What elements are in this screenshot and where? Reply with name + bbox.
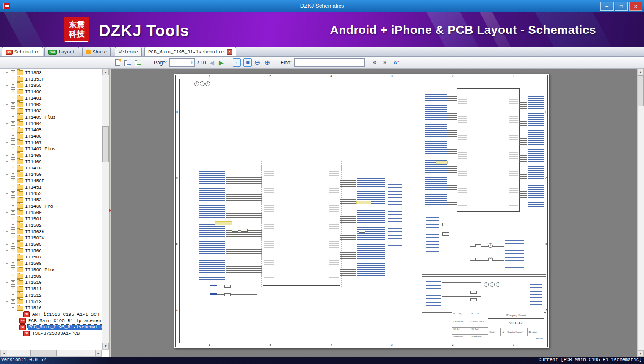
scroll-right-icon[interactable]: ► (95, 350, 102, 356)
expand-icon[interactable] (11, 217, 15, 221)
expand-icon[interactable] (11, 229, 15, 234)
tree-doc-item[interactable]: PCB_Main_C195_B1-1schematic (0, 324, 102, 330)
expand-icon[interactable] (11, 159, 15, 164)
expand-icon[interactable] (11, 147, 15, 151)
tree-item[interactable]: IT1500 (0, 209, 102, 216)
tree-item[interactable]: IT1402 (0, 101, 102, 108)
expand-icon[interactable] (11, 197, 15, 202)
tree-item[interactable]: IT1505 (0, 241, 102, 247)
tree-item[interactable]: IT1404 (0, 120, 102, 127)
page-input[interactable] (169, 58, 195, 67)
tree-item[interactable]: IT1508 Plus (0, 267, 102, 273)
tree-item[interactable]: IT1410 (0, 165, 102, 171)
expand-icon[interactable] (11, 242, 15, 247)
facing-pages-icon[interactable] (124, 59, 132, 67)
scroll-down-icon[interactable]: ▼ (102, 343, 109, 349)
fit-width-icon[interactable] (233, 58, 241, 67)
expand-icon[interactable] (11, 191, 15, 196)
expand-icon[interactable] (11, 96, 15, 100)
tree-doc-item[interactable]: ANT_it1516_C195_A1-1_SCH (0, 311, 102, 317)
close-button[interactable] (629, 2, 642, 11)
scroll-left-icon[interactable]: ◄ (1, 350, 7, 356)
expand-icon[interactable] (11, 280, 15, 285)
expand-icon[interactable] (11, 274, 15, 278)
fit-page-icon[interactable] (243, 58, 252, 67)
expand-icon[interactable] (11, 70, 15, 75)
close-tab-icon[interactable] (227, 49, 232, 55)
tree-item[interactable]: IT1408 (0, 152, 102, 158)
scroll-down-icon[interactable]: ▼ (638, 350, 644, 357)
expand-icon[interactable] (11, 102, 15, 107)
expand-icon[interactable] (11, 248, 15, 253)
tree-item[interactable]: IT1403 (0, 108, 102, 114)
tab-schematic[interactable]: PDF Schematic (2, 47, 43, 56)
doc-tab-welcome[interactable]: Welcome (115, 47, 142, 56)
expand-icon[interactable] (11, 108, 15, 113)
zoom-in-icon[interactable] (264, 59, 272, 67)
scrollbar-thumb[interactable] (30, 350, 57, 356)
sidebar-vertical-scrollbar[interactable]: ▲ ▼ (102, 69, 109, 350)
find-input[interactable] (294, 58, 365, 67)
maximize-button[interactable] (615, 2, 628, 11)
next-page-icon[interactable] (218, 59, 224, 67)
expand-icon[interactable] (11, 286, 15, 291)
scrollbar-thumb[interactable] (638, 75, 644, 106)
tree-item[interactable]: IT1511 (0, 286, 102, 292)
font-size-icon[interactable] (393, 59, 399, 66)
tree-item[interactable]: IT1451 (0, 184, 102, 190)
collapse-icon[interactable] (11, 306, 15, 310)
tree-item[interactable]: IT1507 (0, 254, 102, 260)
expand-icon[interactable] (11, 121, 15, 126)
schematic-canvas[interactable]: 654321 654321 DCBA DCBA (174, 74, 549, 348)
tree-item-expanded[interactable]: IT1516 (0, 305, 102, 311)
tab-layout[interactable]: PADS Layout (44, 47, 79, 56)
single-page-icon[interactable] (114, 59, 122, 67)
viewer-vertical-scrollbar[interactable]: ▲ ▼ (637, 69, 644, 357)
expand-icon[interactable] (11, 236, 15, 240)
tree-item[interactable]: IT1513 (0, 298, 102, 305)
expand-icon[interactable] (11, 210, 15, 215)
tree-item[interactable]: IT1406 (0, 133, 102, 139)
zoom-out-icon[interactable] (254, 59, 262, 67)
tree-item[interactable]: IT1501 (0, 216, 102, 222)
expand-icon[interactable] (11, 172, 15, 177)
scroll-up-icon[interactable]: ▲ (638, 69, 644, 75)
tree-item[interactable]: IT1506 (0, 247, 102, 254)
tree-item[interactable]: IT1510 (0, 279, 102, 286)
continuous-pages-icon[interactable] (134, 59, 142, 67)
expand-icon[interactable] (11, 255, 15, 259)
tree-item[interactable]: IT1409 (0, 158, 102, 165)
tree-item[interactable]: IT1508 (0, 260, 102, 267)
tree-doc-item[interactable]: TSL-S72SD03A1-PCB (0, 330, 102, 336)
tree-item[interactable]: IT1503K (0, 228, 102, 235)
tree-item[interactable]: IT1405 (0, 127, 102, 133)
tree-item[interactable]: IT1512 (0, 292, 102, 298)
expand-icon[interactable] (11, 166, 15, 170)
tree-item[interactable]: IT1460 Pro (0, 203, 102, 209)
expand-icon[interactable] (11, 178, 15, 183)
tree-item[interactable]: IT1509 (0, 273, 102, 279)
expand-icon[interactable] (11, 267, 15, 272)
tree-item[interactable]: IT1452 (0, 190, 102, 197)
prev-page-icon[interactable] (208, 59, 215, 67)
expand-icon[interactable] (11, 128, 15, 132)
tree-item[interactable]: IT1401 (0, 95, 102, 101)
expand-icon[interactable] (11, 77, 15, 81)
doc-tab-active[interactable]: PCB_Main_C195_B1-1schematic (144, 47, 236, 56)
expand-icon[interactable] (11, 204, 15, 208)
tab-share[interactable]: Share (82, 47, 111, 56)
find-previous-icon[interactable] (373, 59, 381, 67)
tree-item[interactable]: IT1407 (0, 139, 102, 146)
tree-item[interactable]: IT1353 (0, 69, 102, 76)
expand-icon[interactable] (11, 140, 15, 145)
tree-item[interactable]: IT1400 (0, 89, 102, 95)
expand-icon[interactable] (11, 299, 15, 304)
expand-icon[interactable] (11, 185, 15, 189)
find-next-icon[interactable] (383, 59, 391, 67)
tree-item[interactable]: IT1403 Plus (0, 114, 102, 120)
tree-item[interactable]: IT1407 Plus (0, 146, 102, 152)
expand-icon[interactable] (11, 89, 15, 94)
expand-icon[interactable] (11, 261, 15, 266)
tree-item[interactable]: IT1353P (0, 76, 102, 82)
expand-icon[interactable] (11, 115, 15, 119)
